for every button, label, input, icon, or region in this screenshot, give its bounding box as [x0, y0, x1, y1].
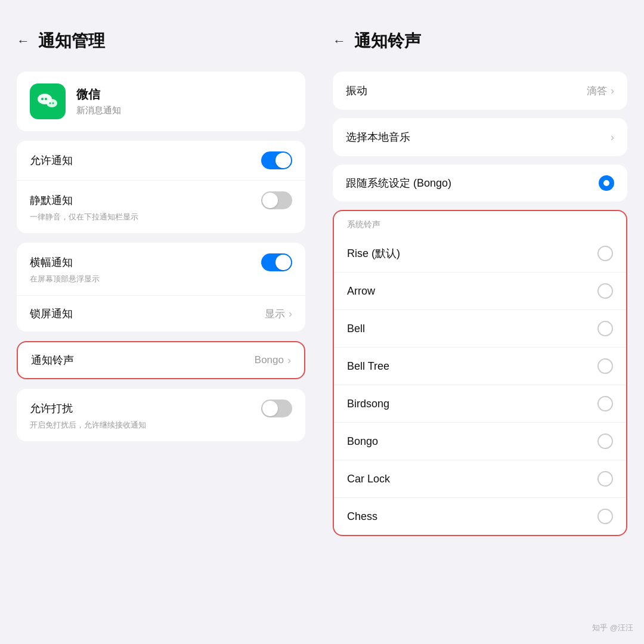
- silent-notify-label: 静默通知: [30, 193, 73, 208]
- svg-point-3: [47, 99, 57, 107]
- ringtone-item-2[interactable]: Bell: [334, 310, 626, 348]
- watermark: 知乎 @汪汪: [592, 623, 633, 633]
- ringtone-radio-1[interactable]: [597, 283, 613, 299]
- lock-chevron-icon: ›: [289, 308, 292, 320]
- wechat-icon: [30, 83, 66, 119]
- left-panel: ← 通知管理 微信 新消息通知 允许通知: [0, 0, 322, 644]
- ringtone-chevron-icon: ›: [287, 354, 291, 367]
- vibrate-section: 振动 滴答 ›: [333, 72, 627, 110]
- ringtone-item-5[interactable]: Bongo: [334, 423, 626, 460]
- allow-notify-row: 允许通知: [17, 141, 305, 181]
- ringtone-item-label-1: Arrow: [347, 285, 375, 298]
- ringtone-radio-7[interactable]: [597, 509, 613, 524]
- local-music-chevron: ›: [611, 131, 614, 144]
- display-card: 横幅通知 在屏幕顶部悬浮显示 锁屏通知 显示 ›: [17, 243, 305, 332]
- app-name: 微信: [76, 86, 121, 103]
- follow-system-label: 跟随系统设定 (Bongo): [346, 176, 451, 190]
- notify-card: 允许通知 静默通知 一律静音，仅在下拉通知栏显示: [17, 141, 305, 233]
- ringtone-card-highlighted[interactable]: 通知铃声 Bongo ›: [17, 341, 305, 379]
- ringtone-radio-0[interactable]: [597, 246, 613, 261]
- banner-notify-row: 横幅通知 在屏幕顶部悬浮显示: [17, 243, 305, 296]
- svg-point-4: [49, 103, 51, 104]
- vibrate-chevron-icon: ›: [611, 85, 614, 97]
- ringtone-radio-2[interactable]: [597, 321, 613, 336]
- app-card: 微信 新消息通知: [17, 72, 305, 131]
- system-ringtone-box: 系统铃声 Rise (默认) Arrow Bell Bell Tree Bird…: [333, 210, 627, 536]
- allow-disturb-toggle[interactable]: [261, 400, 292, 417]
- allow-notify-label: 允许通知: [30, 153, 73, 168]
- local-music-label: 选择本地音乐: [346, 130, 410, 144]
- left-header: ← 通知管理: [17, 30, 305, 52]
- follow-system-section: 跟随系统设定 (Bongo): [333, 165, 627, 202]
- lock-notify-label: 锁屏通知: [30, 306, 73, 321]
- right-header: ← 通知铃声: [333, 30, 627, 52]
- lock-notify-row[interactable]: 锁屏通知 显示 ›: [17, 296, 305, 332]
- vibrate-label: 振动: [346, 83, 367, 98]
- ringtone-item-label-0: Rise (默认): [347, 246, 400, 261]
- ringtone-item-3[interactable]: Bell Tree: [334, 348, 626, 385]
- vibrate-row[interactable]: 振动 滴答 ›: [333, 72, 627, 110]
- right-title: 通知铃声: [354, 30, 421, 52]
- right-back-arrow[interactable]: ←: [333, 33, 346, 49]
- ringtone-row: 通知铃声 Bongo ›: [18, 342, 304, 378]
- svg-point-1: [41, 98, 44, 100]
- follow-system-radio[interactable]: [599, 175, 614, 191]
- ringtone-value: Bongo ›: [255, 354, 291, 367]
- ringtone-item-4[interactable]: Birdsong: [334, 385, 626, 423]
- ringtone-item-label-3: Bell Tree: [347, 360, 389, 373]
- ringtone-item-label-2: Bell: [347, 323, 365, 335]
- banner-notify-label: 横幅通知: [30, 255, 73, 270]
- local-music-section: 选择本地音乐 ›: [333, 118, 627, 156]
- svg-point-5: [52, 103, 54, 104]
- ringtone-item-label-7: Chess: [347, 510, 377, 523]
- left-title: 通知管理: [38, 30, 105, 52]
- ringtone-item-6[interactable]: Car Lock: [334, 460, 626, 498]
- silent-notify-toggle[interactable]: [261, 191, 292, 209]
- ringtone-radio-3[interactable]: [597, 358, 613, 374]
- lock-notify-value: 显示 ›: [265, 307, 292, 321]
- ringtone-label: 通知铃声: [31, 353, 74, 367]
- banner-notify-sublabel: 在屏幕顶部悬浮显示: [30, 274, 100, 284]
- vibrate-value: 滴答 ›: [587, 84, 614, 98]
- allow-disturb-label: 允许打扰: [30, 401, 73, 416]
- system-ringtone-header: 系统铃声: [334, 211, 626, 235]
- right-panel: ← 通知铃声 振动 滴答 › 选择本地音乐 › 跟随系统设定 (Bongo) 系…: [322, 0, 644, 644]
- ringtone-item-0[interactable]: Rise (默认): [334, 235, 626, 273]
- disturb-card: 允许打扰 开启免打扰后，允许继续接收通知: [17, 389, 305, 441]
- ringtone-item-1[interactable]: Arrow: [334, 273, 626, 310]
- app-info: 微信 新消息通知: [76, 86, 121, 116]
- app-subtitle: 新消息通知: [76, 105, 121, 116]
- allow-disturb-sublabel: 开启免打扰后，允许继续接收通知: [30, 420, 146, 431]
- allow-notify-toggle[interactable]: [261, 151, 292, 169]
- ringtone-item-label-5: Bongo: [347, 435, 378, 448]
- local-music-row[interactable]: 选择本地音乐 ›: [333, 118, 627, 156]
- follow-system-row[interactable]: 跟随系统设定 (Bongo): [333, 165, 627, 202]
- ringtone-item-7[interactable]: Chess: [334, 498, 626, 535]
- silent-notify-row: 静默通知 一律静音，仅在下拉通知栏显示: [17, 181, 305, 233]
- ringtone-radio-4[interactable]: [597, 396, 613, 411]
- banner-notify-toggle[interactable]: [261, 253, 292, 271]
- svg-point-2: [45, 98, 47, 100]
- ringtone-item-label-6: Car Lock: [347, 473, 390, 485]
- silent-notify-sublabel: 一律静音，仅在下拉通知栏显示: [30, 212, 138, 222]
- ringtone-item-label-4: Birdsong: [347, 398, 389, 410]
- left-back-arrow[interactable]: ←: [17, 33, 30, 49]
- ringtone-radio-5[interactable]: [597, 434, 613, 449]
- allow-disturb-row: 允许打扰 开启免打扰后，允许继续接收通知: [17, 389, 305, 441]
- local-music-chevron-icon: ›: [611, 131, 614, 144]
- ringtone-radio-6[interactable]: [597, 471, 613, 487]
